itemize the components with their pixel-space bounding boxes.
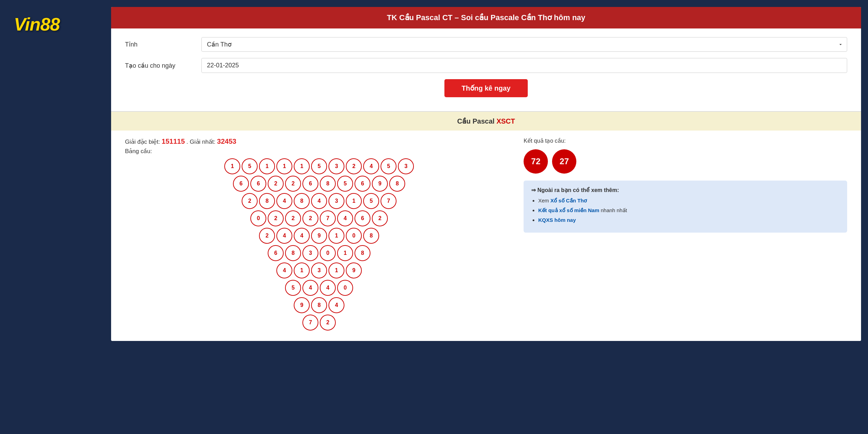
ball-3-7: 2 <box>372 210 388 226</box>
ball-1-8: 9 <box>372 176 388 192</box>
form-section: Tỉnh Cần Thơ Tạo cầu cho ngày Thống kê n… <box>111 28 861 111</box>
ball-1-1: 6 <box>250 176 266 192</box>
list-item-1: Xem Xổ số Cần Thơ <box>538 198 840 204</box>
info-intro: ⇒ Ngoài ra bạn có thể xem thêm: <box>531 187 840 193</box>
ball-6-4: 9 <box>346 262 362 278</box>
ball-6-2: 3 <box>311 262 327 278</box>
ball-3-3: 2 <box>302 210 318 226</box>
ball-6-0: 4 <box>276 262 292 278</box>
ball-0-3: 1 <box>276 158 292 174</box>
list-item-3: KQXS hôm nay <box>538 217 840 223</box>
item1-prefix: Xem <box>538 198 550 203</box>
ball-6-3: 1 <box>328 262 344 278</box>
ball-0-10: 3 <box>398 158 414 174</box>
giai-dac-biet-label: Giải đặc biệt: <box>125 139 160 145</box>
ball-4-0: 2 <box>259 228 275 244</box>
ball-4-2: 4 <box>294 228 310 244</box>
ball-0-0: 1 <box>224 158 240 174</box>
ball-7-2: 4 <box>320 280 336 296</box>
right-column: Kết quả tạo cầu: 72 27 ⇒ Ngoài ra bạn có… <box>524 137 847 331</box>
ball-5-3: 0 <box>320 245 336 261</box>
date-input[interactable] <box>201 58 847 73</box>
triangle-row-9: 72 <box>302 315 336 331</box>
info-box: ⇒ Ngoài ra bạn có thể xem thêm: Xem Xổ s… <box>524 181 847 233</box>
ball-3-0: 0 <box>250 210 266 226</box>
ball-2-8: 7 <box>381 193 397 209</box>
triangle-row-2: 284843157 <box>242 193 397 209</box>
ball-8-0: 9 <box>294 297 310 313</box>
ball-6-1: 1 <box>294 262 310 278</box>
ket-qua-label: Kết quả tạo cầu: <box>524 137 566 144</box>
page-wrapper: Vin88 TK Cầu Pascal CT – Soi cầu Pascale… <box>7 7 861 341</box>
ball-2-5: 3 <box>328 193 344 209</box>
ball-5-5: 8 <box>354 245 370 261</box>
result-balls: 72 27 <box>524 149 576 174</box>
ball-2-6: 1 <box>346 193 362 209</box>
ball-0-5: 5 <box>311 158 327 174</box>
ball-3-6: 6 <box>354 210 370 226</box>
ball-1-5: 8 <box>320 176 336 192</box>
ball-5-0: 6 <box>268 245 284 261</box>
triangle-row-5: 683018 <box>268 245 370 261</box>
ball-3-4: 7 <box>320 210 336 226</box>
ball-0-6: 3 <box>328 158 344 174</box>
xo-so-can-tho-link[interactable]: Xổ số Cần Thơ <box>550 198 587 203</box>
province-control: Cần Thơ <box>201 37 847 52</box>
page-header: TK Cầu Pascal CT – Soi cầu Pascale Cần T… <box>111 7 861 28</box>
ball-3-1: 2 <box>268 210 284 226</box>
ball-5-1: 8 <box>285 245 301 261</box>
ball-3-2: 2 <box>285 210 301 226</box>
ball-8-2: 4 <box>328 297 344 313</box>
ball-0-8: 4 <box>363 158 379 174</box>
triangle-row-8: 984 <box>294 297 344 313</box>
cau-pascal-label: Cầu Pascal <box>457 117 496 125</box>
ball-7-3: 0 <box>337 280 353 296</box>
ball-4-5: 0 <box>346 228 362 244</box>
ball-5-4: 1 <box>337 245 353 261</box>
ball-1-7: 6 <box>354 176 370 192</box>
item2-suffix: nhanh nhất <box>599 207 627 213</box>
province-row: Tỉnh Cần Thơ <box>125 37 847 52</box>
ball-4-3: 9 <box>311 228 327 244</box>
ball-5-2: 3 <box>302 245 318 261</box>
thongke-button[interactable]: Thống kê ngay <box>444 79 528 97</box>
giai-dac-biet-value: 151115 <box>162 137 185 145</box>
triangle-row-0: 15111532453 <box>224 158 414 174</box>
prize-info: Giải đặc biệt: 151115 . Giải nhất: 32453 <box>125 137 513 145</box>
xsct-link[interactable]: XSCT <box>496 117 515 125</box>
ball-2-3: 8 <box>294 193 310 209</box>
ball-0-2: 1 <box>259 158 275 174</box>
ball-0-9: 5 <box>381 158 397 174</box>
ball-3-5: 4 <box>337 210 353 226</box>
ball-4-6: 8 <box>363 228 379 244</box>
ball-0-7: 2 <box>346 158 362 174</box>
giai-nhat-value: 32453 <box>217 137 236 145</box>
ket-qua-mien-nam-link[interactable]: Kết quả xổ số miền Nam <box>538 207 599 213</box>
ball-9-1: 2 <box>320 315 336 331</box>
province-select[interactable]: Cần Thơ <box>201 37 847 52</box>
result-ball-1: 72 <box>524 149 548 174</box>
result-ball-2: 27 <box>552 149 576 174</box>
list-item-2: Kết quả xổ số miền Nam nhanh nhất <box>538 207 840 214</box>
kqxs-hom-nay-link[interactable]: KQXS hôm nay <box>538 217 576 223</box>
triangle-row-4: 2449108 <box>259 228 379 244</box>
triangle-row-3: 02227462 <box>250 210 388 226</box>
ball-2-2: 4 <box>276 193 292 209</box>
date-label: Tạo cầu cho ngày <box>125 62 201 69</box>
ball-1-2: 2 <box>268 176 284 192</box>
province-label: Tỉnh <box>125 41 201 48</box>
button-container: Thống kê ngay <box>125 79 847 97</box>
triangle-row-6: 41319 <box>276 262 362 278</box>
ball-8-1: 8 <box>311 297 327 313</box>
ball-2-4: 4 <box>311 193 327 209</box>
date-control <box>201 58 847 73</box>
ball-7-0: 5 <box>285 280 301 296</box>
ball-1-3: 2 <box>285 176 301 192</box>
ball-0-1: 5 <box>242 158 258 174</box>
ball-1-6: 5 <box>337 176 353 192</box>
giai-nhat-label: Giải nhất: <box>190 139 216 145</box>
cau-pascal-header: Cầu Pascal XSCT <box>111 111 861 131</box>
logo-text: Vin88 <box>14 14 60 34</box>
ball-2-1: 8 <box>259 193 275 209</box>
results-section: Giải đặc biệt: 151115 . Giải nhất: 32453… <box>111 131 861 341</box>
